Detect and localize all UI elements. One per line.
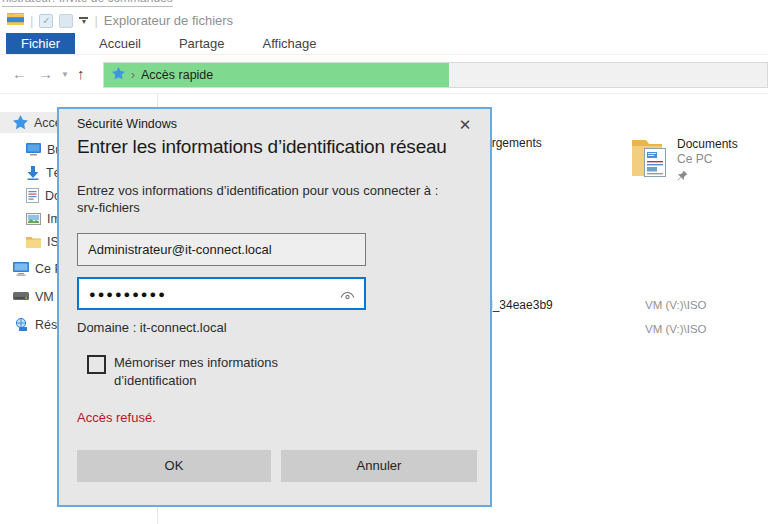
address-bar[interactable]: › Accès rapide [103,62,768,88]
dialog-server-name: srv-fichiers [77,200,140,215]
window-title: Explorateur de fichiers [104,13,233,28]
remember-credentials-label: Mémoriser mes informations d’identificat… [114,354,329,390]
username-input[interactable]: Administrateur@it-connect.local [77,233,366,266]
quick-access-star-icon [112,66,125,84]
dialog-title: Sécurité Windows [77,117,177,131]
tab-partage[interactable]: Partage [165,33,239,54]
tile-documents-label[interactable]: Documents [677,137,738,151]
forward-icon[interactable]: → [38,65,53,82]
new-folder-icon[interactable] [59,14,73,28]
file-row-name[interactable]: d_34eae3b9 [486,298,553,312]
file-row-location: VM (V:)\ISO [645,299,707,311]
pin-icon [677,167,688,185]
screen: nistrateur: Invite de commandes | ✓ ▼ | … [0,0,768,524]
tab-fichier[interactable]: Fichier [6,33,75,54]
recent-locations-chevron-icon[interactable]: ▼ [61,70,69,79]
customize-toolbar-dropdown-icon[interactable]: ▼ [79,17,88,25]
ribbon-tabs: Fichier Accueil Partage Affichage [0,33,768,55]
dialog-heading: Entrer les informations d’identification… [77,136,447,158]
close-icon[interactable]: ✕ [454,114,476,136]
dialog-message-line1: Entrez vos informations d’identification… [77,183,438,198]
dialog-message: Entrez vos informations d’identification… [77,183,473,217]
up-icon[interactable]: ↑ [77,65,85,82]
documents-folder-icon[interactable] [631,136,669,184]
folder-icon [26,236,41,248]
quick-access-star-icon [13,115,28,130]
password-mask: ●●●●●●●●● [89,288,167,300]
windows-security-dialog: Sécurité Windows ✕ Entrer les informatio… [57,107,492,507]
tile-documents-location: Ce PC [677,152,712,166]
separator: | [30,13,33,28]
separator: | [94,13,97,28]
cancel-button[interactable]: Annuler [281,450,477,482]
reveal-password-eye-icon[interactable] [338,287,356,303]
tab-affichage[interactable]: Affichage [248,33,330,54]
background-window-title: nistrateur: Invite de commandes [2,0,173,7]
access-denied-error: Accès refusé. [77,410,156,425]
titlebar: | ✓ ▼ | Explorateur de fichiers [0,8,768,33]
back-icon[interactable]: ← [12,65,27,82]
file-row-location: VM (V:)\ISO [645,323,707,335]
documents-icon [26,188,39,203]
address-bar-row: ← → ▼ ↑ › Accès rapide [0,56,768,94]
breadcrumb-chevron-icon: › [131,68,135,82]
downloads-icon [26,166,40,180]
domain-text: Domaine : it-connect.local [77,320,227,335]
this-pc-icon [13,262,29,276]
password-input[interactable]: ●●●●●●●●● [77,277,366,310]
network-icon [13,318,29,331]
remember-credentials-checkbox[interactable] [87,355,106,374]
pictures-icon [26,213,41,225]
tab-accueil[interactable]: Accueil [85,33,155,54]
breadcrumb[interactable]: Accès rapide [141,68,213,82]
desktop-icon [26,143,41,156]
quick-access-toolbar: | ✓ ▼ | Explorateur de fichiers [7,11,233,30]
explorer-logo-icon [7,11,24,30]
properties-check-icon[interactable]: ✓ [39,14,53,28]
ok-button[interactable]: OK [77,450,271,482]
drive-icon [13,292,29,301]
